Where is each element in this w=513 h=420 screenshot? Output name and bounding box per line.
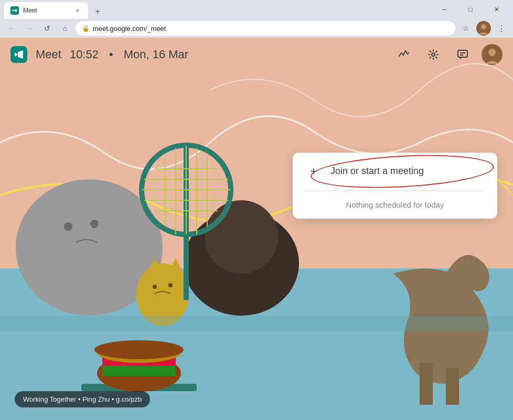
svg-point-6 bbox=[64, 222, 72, 231]
refresh-button[interactable]: ↺ bbox=[40, 21, 55, 36]
settings-icon bbox=[428, 49, 439, 60]
meet-wordmark: Meet bbox=[36, 48, 61, 61]
activity-button[interactable] bbox=[393, 44, 414, 65]
feedback-icon bbox=[457, 49, 468, 60]
background-illustration bbox=[0, 38, 513, 420]
title-bar: Meet × + ─ □ ✕ bbox=[0, 0, 513, 19]
meet-logo-icon bbox=[13, 48, 25, 61]
maximize-button[interactable]: □ bbox=[458, 0, 483, 19]
address-bar: ← → ↺ ⌂ 🔒 meet.google.com/_meet ☆ ⋮ bbox=[0, 19, 513, 38]
active-tab[interactable]: Meet × bbox=[4, 2, 88, 19]
forward-button[interactable]: → bbox=[22, 21, 37, 36]
svg-point-12 bbox=[168, 283, 173, 287]
close-button[interactable]: ✕ bbox=[485, 0, 509, 19]
meet-time: 10:52 bbox=[70, 48, 99, 61]
window-controls: ─ □ ✕ bbox=[432, 0, 509, 19]
main-content: Meet 10:52 • Mon, 16 Mar bbox=[0, 38, 513, 420]
chrome-menu-button[interactable]: ⋮ bbox=[494, 21, 509, 36]
svg-rect-33 bbox=[420, 363, 433, 405]
new-tab-button[interactable]: + bbox=[90, 4, 105, 19]
lock-icon: 🔒 bbox=[82, 25, 90, 32]
settings-button[interactable] bbox=[423, 44, 444, 65]
caption-text: Working Together • Ping Zhu • g.co/pzb bbox=[23, 395, 142, 403]
svg-point-41 bbox=[488, 49, 496, 56]
svg-rect-35 bbox=[0, 316, 513, 331]
meet-logo bbox=[10, 46, 27, 63]
minimize-button[interactable]: ─ bbox=[432, 0, 456, 19]
tab-title: Meet bbox=[23, 7, 69, 14]
svg-point-36 bbox=[432, 53, 435, 56]
meet-favicon-icon bbox=[10, 6, 19, 15]
join-plus-icon: + bbox=[305, 163, 322, 180]
profile-avatar-icon bbox=[476, 21, 491, 36]
join-meeting-button[interactable]: + Join or start a meeting bbox=[293, 153, 497, 190]
meet-separator: • bbox=[109, 48, 113, 61]
meeting-card-panel: + Join or start a meeting Nothing schedu… bbox=[293, 153, 497, 219]
user-avatar-button[interactable] bbox=[482, 44, 503, 65]
meet-date: Mon, 16 Mar bbox=[124, 48, 189, 61]
url-text: meet.google.com/_meet bbox=[93, 25, 449, 33]
svg-point-2 bbox=[481, 24, 486, 29]
nothing-scheduled-text: Nothing scheduled for today bbox=[293, 191, 497, 219]
back-button[interactable]: ← bbox=[4, 21, 19, 36]
tab-strip: Meet × + bbox=[4, 0, 430, 19]
svg-point-32 bbox=[94, 340, 184, 359]
url-bar[interactable]: 🔒 meet.google.com/_meet bbox=[76, 21, 455, 36]
feedback-button[interactable] bbox=[452, 44, 473, 65]
photo-caption: Working Together • Ping Zhu • g.co/pzb bbox=[15, 391, 150, 407]
tab-close-button[interactable]: × bbox=[73, 6, 82, 15]
home-button[interactable]: ⌂ bbox=[58, 21, 72, 36]
svg-rect-34 bbox=[446, 368, 459, 405]
svg-point-7 bbox=[90, 220, 99, 228]
meet-top-bar: Meet 10:52 • Mon, 16 Mar bbox=[0, 38, 513, 71]
profile-button[interactable] bbox=[476, 21, 491, 36]
user-avatar-icon bbox=[482, 44, 503, 65]
svg-rect-37 bbox=[458, 50, 467, 57]
chrome-browser-frame: Meet × + ─ □ ✕ ← → ↺ ⌂ 🔒 meet.google.com… bbox=[0, 0, 513, 420]
join-meeting-label: Join or start a meeting bbox=[330, 166, 424, 177]
bookmark-button[interactable]: ☆ bbox=[458, 21, 473, 36]
activity-icon bbox=[398, 49, 410, 60]
svg-point-11 bbox=[153, 285, 157, 289]
